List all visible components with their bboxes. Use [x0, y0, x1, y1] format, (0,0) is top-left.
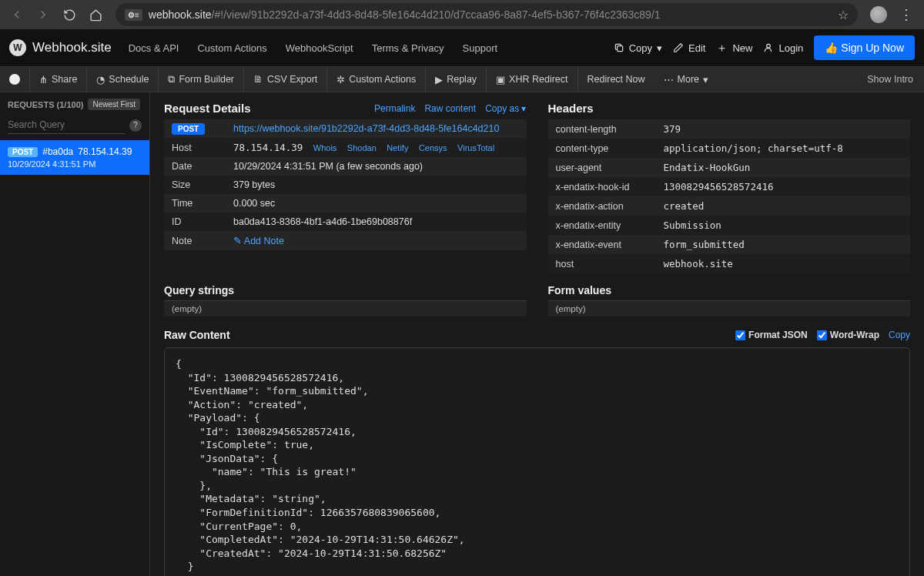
- copy-dropdown[interactable]: Copy ▾: [614, 42, 662, 54]
- request-time: 10/29/2024 4:31:51 PM: [8, 159, 142, 169]
- request-ip: 78.154.14.39: [78, 146, 132, 157]
- svg-rect-0: [617, 46, 622, 52]
- redirect-icon: ▣: [496, 74, 505, 85]
- csv-export-button[interactable]: 🗎CSV Export: [244, 67, 327, 92]
- header-value: 1300829456528572416: [656, 177, 911, 196]
- address-bar[interactable]: ⚙≡ webhook.site/#!/view/91b2292d-a73f-4d…: [116, 3, 858, 26]
- copy-as-dropdown[interactable]: Copy as ▾: [485, 103, 526, 114]
- caret-down-icon: ▾: [703, 74, 708, 85]
- host-ip: 78.154.14.39: [233, 142, 303, 153]
- size-label: Size: [164, 176, 226, 194]
- sidebar: REQUESTS (1/100) Newest First ? POST #ba…: [0, 92, 150, 576]
- signup-button[interactable]: 👍Sign Up Now: [814, 35, 915, 60]
- raw-content-title: Raw Content: [164, 329, 230, 341]
- nav-support[interactable]: Support: [463, 42, 498, 54]
- nav-custom-actions[interactable]: Custom Actions: [197, 42, 266, 54]
- header-key: x-endatix-hook-id: [548, 177, 656, 196]
- browser-menu-icon[interactable]: ⋮: [895, 6, 918, 23]
- home-icon[interactable]: [85, 4, 106, 25]
- replay-button[interactable]: ▶Replay: [426, 67, 487, 92]
- login-button[interactable]: Login: [763, 42, 803, 54]
- search-input[interactable]: [8, 116, 125, 134]
- back-icon[interactable]: [6, 4, 28, 25]
- reload-icon[interactable]: [59, 4, 80, 25]
- time-value: 0.000 sec: [226, 194, 527, 213]
- show-intro-button[interactable]: Show Intro: [856, 74, 924, 85]
- header-value: Endatix-HookGun: [656, 158, 911, 177]
- url-text: webhook.site/#!/view/91b2292d-a73f-4dd3-…: [149, 8, 832, 21]
- profile-avatar[interactable]: [870, 6, 887, 23]
- host-lookup-links: Whois Shodan Netify Censys VirusTotal: [306, 142, 494, 153]
- share-button[interactable]: ⋔Share: [30, 67, 87, 92]
- schedule-button[interactable]: ◔Schedule: [87, 67, 159, 92]
- header-value: webhook.site: [656, 254, 911, 273]
- header-value: 379: [656, 119, 911, 139]
- request-hash: #ba0da: [42, 146, 73, 157]
- share-icon: ⋔: [39, 74, 48, 85]
- header-key: x-endatix-action: [548, 196, 656, 216]
- requests-count: REQUESTS (1/100): [8, 100, 83, 109]
- redirect-now-button[interactable]: Redirect Now: [578, 67, 654, 92]
- more-dropdown[interactable]: ⋯ More ▾: [654, 67, 718, 92]
- netify-link[interactable]: Netify: [387, 143, 408, 152]
- sort-toggle[interactable]: Newest First: [88, 99, 140, 110]
- shodan-link[interactable]: Shodan: [347, 143, 377, 152]
- headers-table: content-length379content-typeapplication…: [548, 119, 911, 273]
- edit-button[interactable]: Edit: [673, 42, 705, 54]
- form-empty: (empty): [548, 301, 911, 316]
- brand-name: Webhook.site: [32, 40, 112, 55]
- raw-content-link[interactable]: Raw content: [424, 103, 476, 114]
- request-list-item[interactable]: POST #ba0da 78.154.14.39 10/29/2024 4:31…: [0, 140, 149, 175]
- request-url[interactable]: https://webhook.site/91b2292d-a73f-4dd3-…: [233, 123, 499, 134]
- size-value: 379 bytes: [226, 176, 527, 194]
- gear-icon: ✲: [336, 74, 345, 85]
- id-value: ba0da413-8368-4bf1-a4d6-1be69b08876f: [226, 213, 527, 231]
- header-value: form_submitted: [656, 235, 911, 254]
- content-area: Request Details Permalink Raw content Co…: [150, 92, 924, 576]
- app-header: W Webhook.site Docs & API Custom Actions…: [0, 29, 924, 66]
- header-key: host: [548, 254, 656, 273]
- nav-terms[interactable]: Terms & Privacy: [372, 42, 444, 54]
- header-nav: Docs & API Custom Actions WebhookScript …: [129, 42, 497, 54]
- header-value: Submission: [656, 216, 911, 235]
- form-values-title: Form values: [548, 284, 911, 301]
- forward-icon[interactable]: [32, 4, 54, 25]
- new-button[interactable]: ＋New: [716, 41, 752, 55]
- censys-link[interactable]: Censys: [419, 143, 447, 152]
- whois-link[interactable]: Whois: [313, 143, 337, 152]
- request-details-title: Request Details: [164, 102, 251, 115]
- nav-webhookscript[interactable]: WebhookScript: [286, 42, 353, 54]
- word-wrap-toggle[interactable]: Word-Wrap: [817, 330, 879, 340]
- nav-docs[interactable]: Docs & API: [129, 42, 179, 54]
- header-value: created: [656, 196, 911, 216]
- brand-logo[interactable]: W Webhook.site: [9, 39, 112, 56]
- date-label: Date: [164, 157, 226, 176]
- dot-icon: [9, 74, 20, 85]
- site-settings-icon[interactable]: ⚙≡: [125, 9, 142, 21]
- form-builder-button[interactable]: ⧉Form Builder: [159, 67, 244, 92]
- star-icon[interactable]: ☆: [838, 8, 849, 22]
- browser-chrome: ⚙≡ webhook.site/#!/view/91b2292d-a73f-4d…: [0, 0, 924, 29]
- logo-icon: W: [9, 39, 26, 56]
- xhr-redirect-button[interactable]: ▣XHR Redirect: [487, 67, 578, 92]
- permalink-link[interactable]: Permalink: [374, 103, 415, 114]
- copy-raw-button[interactable]: Copy: [889, 330, 910, 340]
- time-label: Time: [164, 194, 226, 213]
- header-key: content-type: [548, 139, 656, 158]
- host-label: Host: [164, 138, 226, 157]
- request-details-table: POST https://webhook.site/91b2292d-a73f-…: [164, 119, 527, 250]
- header-value: application/json; charset=utf-8: [656, 139, 911, 158]
- date-value: 10/29/2024 4:31:51 PM (a few seconds ago…: [226, 157, 527, 176]
- query-strings-title: Query strings: [164, 284, 527, 301]
- format-json-toggle[interactable]: Format JSON: [735, 330, 808, 340]
- help-icon[interactable]: ?: [129, 119, 142, 132]
- virustotal-link[interactable]: VirusTotal: [457, 143, 494, 152]
- header-key: x-endatix-entity: [548, 216, 656, 235]
- header-key: user-agent: [548, 158, 656, 177]
- add-note-button[interactable]: ✎ Add Note: [233, 236, 284, 246]
- file-icon: 🗎: [253, 74, 263, 85]
- raw-content-body[interactable]: { "Id": 1300829456528572416, "EventName"…: [164, 347, 910, 576]
- clock-icon: ◔: [96, 74, 105, 85]
- custom-actions-button[interactable]: ✲Custom Actions: [327, 67, 426, 92]
- toolbar-dot[interactable]: [0, 67, 30, 92]
